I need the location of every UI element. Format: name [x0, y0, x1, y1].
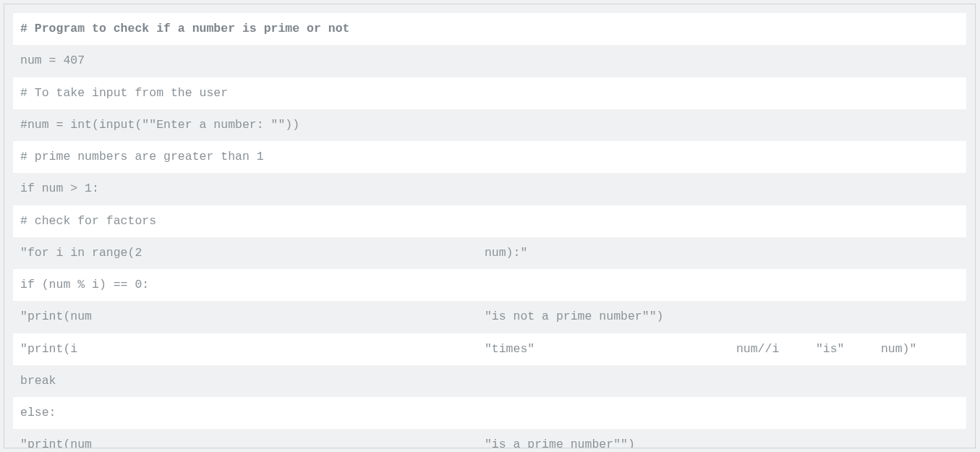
- code-cell: # check for factors: [20, 213, 156, 229]
- code-row: #num = int(input(""Enter a number: "")): [13, 109, 966, 141]
- code-row: if (num % i) == 0:: [13, 269, 966, 301]
- code-cell: # Program to check if a number is prime …: [20, 21, 349, 37]
- code-row: # To take input from the user: [13, 77, 966, 109]
- code-cell: num = 407: [20, 53, 85, 69]
- code-row: "print(i "times" num//i "is" num)": [13, 333, 966, 365]
- code-row: "print(num "is a prime number""): [13, 429, 966, 448]
- scroll-container[interactable]: # Program to check if a number is prime …: [4, 4, 976, 448]
- code-row: if num > 1:: [13, 173, 966, 205]
- code-cell: "print(num: [20, 437, 477, 448]
- code-row: num = 407: [13, 45, 966, 77]
- code-cell: #num = int(input(""Enter a number: "")): [20, 117, 299, 133]
- code-row: # Program to check if a number is prime …: [13, 13, 966, 45]
- code-cell: # To take input from the user: [20, 85, 228, 101]
- code-cell: "print(num: [20, 309, 477, 325]
- code-cell: # prime numbers are greater than 1: [20, 149, 264, 165]
- code-listing: # Program to check if a number is prime …: [13, 13, 966, 448]
- code-cell: break: [20, 373, 56, 389]
- code-cell: "is a prime number""): [477, 437, 729, 448]
- code-row: else:: [13, 397, 966, 429]
- code-cell: num):": [477, 245, 729, 261]
- code-row: "for i in range(2 num):": [13, 237, 966, 269]
- code-cell: num//i: [729, 341, 809, 357]
- code-cell: if (num % i) == 0:: [20, 277, 149, 293]
- code-cell: "times": [477, 341, 729, 357]
- code-cell: num)": [874, 341, 960, 357]
- code-row: # check for factors: [13, 205, 966, 237]
- code-cell: "is": [809, 341, 874, 357]
- code-cell: "is not a prime number""): [477, 309, 729, 325]
- code-row: # prime numbers are greater than 1: [13, 141, 966, 173]
- code-cell: "for i in range(2: [20, 245, 477, 261]
- code-cell: "print(i: [20, 341, 477, 357]
- code-cell: if num > 1:: [20, 181, 99, 197]
- code-cell: else:: [20, 405, 56, 421]
- code-row: "print(num "is not a prime number""): [13, 301, 966, 333]
- code-row: break: [13, 365, 966, 397]
